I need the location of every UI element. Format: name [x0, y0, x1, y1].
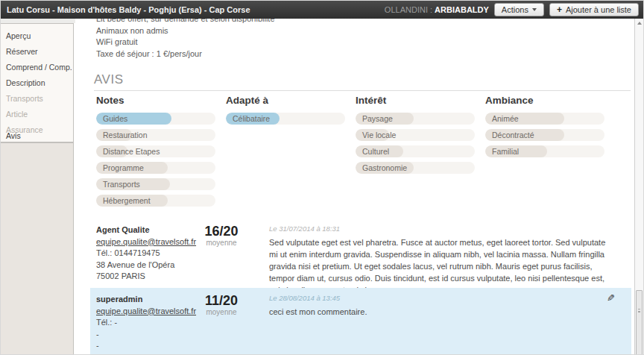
rating-bar-restauration: Restauration: [96, 129, 215, 141]
app-window: Latu Corsu - Maison d'hôtes Baldy - Pogh…: [0, 0, 644, 355]
rating-label: Décontracté: [492, 131, 534, 139]
rating-label: Distance Etapes: [103, 147, 160, 156]
plus-icon: +: [557, 4, 562, 15]
rating-label: Hébergement: [103, 196, 151, 205]
info-line: Animaux non admis: [96, 25, 275, 37]
column-title: Ambiance: [485, 95, 604, 106]
add-to-list-button[interactable]: + Ajouter à une liste: [549, 3, 639, 16]
rating-bar-vie-locale: Vie locale: [356, 129, 475, 141]
user-label: OLLANDINI : ARBIABALDY: [385, 5, 489, 14]
topbar: Latu Corsu - Maison d'hôtes Baldy - Pogh…: [1, 1, 644, 19]
add-to-list-label: Ajouter à une liste: [566, 5, 631, 14]
review-text: Sed vulputate eget est vel pharetra. Fus…: [269, 236, 606, 296]
review-score-label: moyenne: [195, 308, 248, 316]
sidebar-item-article: Article: [1, 106, 73, 122]
review-author-name: Agent Qualite: [96, 224, 195, 236]
review-author-city: -: [96, 340, 195, 352]
review-author-email-link[interactable]: equipe.qualite@travelsoft.fr: [96, 236, 195, 248]
review-score-block: 16/20 moyenne: [195, 224, 248, 247]
rating-bar-transports: Transports: [96, 178, 215, 190]
review-author-block: superadmin equipe.qualite@travelsoft.fr …: [96, 294, 195, 352]
review-body: Le 31/07/2014 à 18:31 Sed vulputate eget…: [269, 224, 630, 296]
sidebar-item-avis[interactable]: Avis: [1, 128, 74, 143]
review-date: Le 28/08/2014 à 13:45: [269, 294, 625, 302]
sidebar-item-description[interactable]: Description: [1, 75, 73, 90]
rating-bar-celibataire: Célibataire: [226, 113, 345, 125]
rating-label: Transports: [103, 180, 140, 189]
review-score: 11/20: [195, 294, 248, 308]
scroll-up-arrow[interactable]: [635, 19, 643, 28]
info-line: WiFi gratuit: [96, 37, 275, 48]
edit-review-icon[interactable]: ✎: [607, 292, 615, 304]
sidebar-item-apercu[interactable]: Aperçu: [1, 28, 73, 43]
review-author-address: 38 Avenue de l'Opéra: [96, 260, 195, 271]
ratings-section: Notes Guides Restauration Distance Etape…: [96, 95, 604, 211]
review-body: Le 28/08/2014 à 13:45 ceci est mon comme…: [269, 294, 625, 318]
rating-label: Vie locale: [362, 131, 396, 139]
sidebar-nav: Aperçu Réserver Comprend / Comp. pas Des…: [1, 23, 74, 142]
topbar-actions: OLLANDINI : ARBIABALDY Actions + Ajouter…: [385, 3, 639, 16]
section-divider: [94, 90, 631, 91]
column-title: Intérêt: [356, 95, 475, 106]
ratings-column-adapte-a: Adapté à Célibataire: [226, 95, 345, 211]
info-line: Lit bébé offert, sur demande et selon di…: [96, 19, 275, 25]
sidebar-item-comprend[interactable]: Comprend / Comp. pas: [1, 59, 73, 75]
review-author-city: 75002 PARIS: [96, 271, 195, 283]
sidebar-item-reserver[interactable]: Réserver: [1, 43, 73, 59]
caret-down-icon: [532, 8, 537, 11]
avis-section-heading: AVIS: [94, 72, 123, 87]
review-author-email-link[interactable]: equipe.qualite@travelsoft.fr: [96, 306, 195, 318]
review-author-phone: Tél.: 0144719475: [96, 248, 195, 260]
ratings-column-ambiance: Ambiance Animée Décontracté Familial: [485, 95, 604, 211]
review-author-address: -: [96, 329, 195, 341]
user-name: ARBIABALDY: [435, 5, 489, 14]
rating-bar-guides: Guides: [96, 113, 215, 125]
rating-label: Restauration: [103, 131, 148, 139]
user-prefix: OLLANDINI :: [385, 5, 432, 14]
rating-bar-culturel: Culturel: [356, 145, 475, 157]
sidebar-panel: [1, 142, 74, 355]
rating-bar-familial: Familial: [485, 145, 604, 157]
rating-bar-decontracte: Décontracté: [485, 129, 604, 141]
rating-label: Paysage: [362, 114, 393, 123]
page-title: Latu Corsu - Maison d'hôtes Baldy - Pogh…: [7, 5, 250, 14]
review-item-highlighted: superadmin equipe.qualite@travelsoft.fr …: [90, 288, 631, 355]
review-score-label: moyenne: [195, 239, 248, 247]
property-info-list: Lit bébé offert, sur demande et selon di…: [96, 19, 275, 60]
review-item: Agent Qualite equipe.qualite@travelsoft.…: [96, 224, 630, 296]
column-title: Adapté à: [226, 95, 345, 106]
rating-bar-animee: Animée: [485, 113, 604, 125]
scrollbar-grip: [638, 309, 640, 312]
rating-label: Guides: [103, 114, 127, 123]
review-author-name: superadmin: [96, 294, 195, 306]
rating-label: Programme: [103, 163, 144, 172]
review-author-phone: Tél.: -: [96, 317, 195, 329]
column-title: Notes: [96, 95, 215, 106]
review-author-block: Agent Qualite equipe.qualite@travelsoft.…: [96, 224, 195, 283]
rating-bar-hebergement: Hébergement: [96, 195, 215, 207]
review-date: Le 31/07/2014 à 18:31: [269, 224, 630, 233]
actions-button-label: Actions: [502, 5, 528, 14]
rating-bar-distance-etapes: Distance Etapes: [96, 145, 215, 157]
actions-button[interactable]: Actions: [494, 3, 544, 16]
rating-bar-paysage: Paysage: [356, 113, 475, 125]
scrollbar-thumb[interactable]: [636, 290, 643, 355]
up-triangle-icon: [637, 22, 642, 25]
rating-bar-programme: Programme: [96, 162, 215, 174]
rating-label: Familial: [492, 147, 519, 156]
rating-label: Gastronomie: [362, 163, 407, 172]
rating-label: Culturel: [362, 147, 389, 156]
sidebar-item-transports: Transports: [1, 90, 73, 106]
ratings-column-interet: Intérêt Paysage Vie locale Culturel Gast…: [356, 95, 475, 211]
review-text: ceci est mon commentaire.: [269, 306, 606, 318]
rating-label: Animée: [492, 114, 519, 123]
scrollbar[interactable]: [634, 19, 643, 355]
main-content: Lit bébé offert, sur demande et selon di…: [75, 19, 636, 355]
rating-label: Célibataire: [233, 114, 270, 123]
info-line: Taxe dé séjour : 1 €/pers/jour: [96, 48, 275, 60]
review-score: 16/20: [195, 224, 248, 239]
rating-bar-gastronomie: Gastronomie: [356, 162, 475, 174]
ratings-column-notes: Notes Guides Restauration Distance Etape…: [96, 95, 215, 211]
review-score-block: 11/20 moyenne: [195, 294, 248, 316]
